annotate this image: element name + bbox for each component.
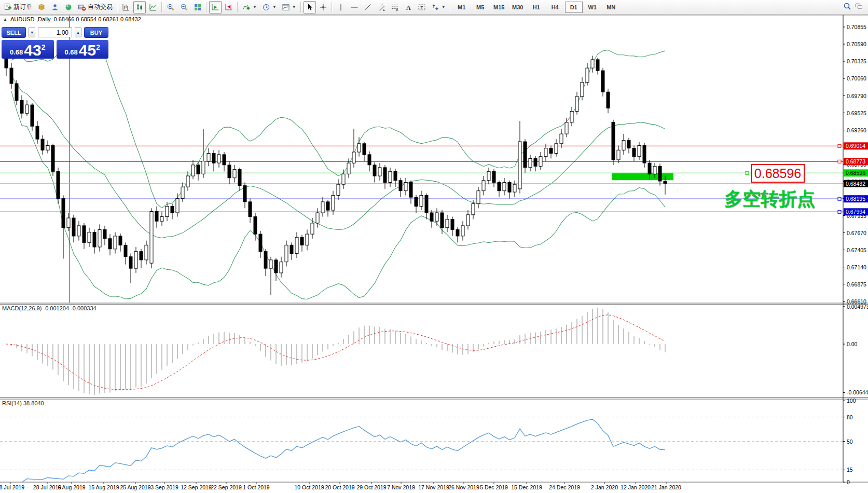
- price-line-tag-label: 0.67994: [846, 209, 865, 215]
- chart-title-bar: ▲ AUDUSD-,Daily 0.68466 0.68554 0.68261 …: [3, 16, 141, 22]
- trendline-button[interactable]: [362, 1, 374, 13]
- volume-increase-button[interactable]: ▲: [75, 28, 81, 37]
- timeframe-H4-button[interactable]: H4: [546, 2, 564, 13]
- chart-canvas[interactable]: 0.708550.705900.703250.700600.697900.695…: [0, 0, 868, 493]
- new-order-label: 新订单: [13, 3, 32, 11]
- bar-chart-mode-button[interactable]: [120, 1, 132, 13]
- buy-price-pip: 2: [96, 43, 100, 51]
- date-label: 6 Aug 2019: [58, 484, 85, 490]
- toolbar-separator: [117, 2, 118, 12]
- date-label: 29 Oct 2019: [356, 484, 386, 490]
- toolbar-separator: [332, 2, 333, 12]
- market-watch-button[interactable]: [35, 1, 48, 13]
- timeframe-MN-button[interactable]: MN: [602, 2, 620, 13]
- robot-icon: [78, 3, 86, 11]
- data-window-button[interactable]: [49, 1, 61, 13]
- macd-signal-value: -0.000334: [71, 305, 97, 311]
- search-icon[interactable]: [843, 2, 851, 12]
- auto-trading-button[interactable]: 自动交易: [76, 1, 115, 13]
- periods-button[interactable]: ▼: [260, 1, 279, 13]
- tile-windows-button[interactable]: [191, 1, 204, 13]
- collapse-panel-icon[interactable]: ▲: [3, 17, 7, 22]
- date-label: 17 Nov 2019: [418, 484, 449, 490]
- date-label: 28 Jul 2019: [33, 484, 61, 490]
- text-button[interactable]: A: [402, 1, 415, 13]
- timeframe-W1-button[interactable]: W1: [584, 2, 601, 13]
- buy-price-display[interactable]: 0.68 45 2: [57, 40, 109, 59]
- date-label: 7 Nov 2019: [387, 484, 415, 490]
- layers-icon: [37, 3, 46, 11]
- symbol-period-label: AUDUSD-,Daily: [10, 16, 51, 22]
- toolbar-group: 新订单自动交易: [1, 1, 115, 14]
- date-label: 20 Oct 2019: [325, 484, 354, 490]
- toolbar-group: [303, 1, 330, 14]
- volume-decrease-button[interactable]: ▼: [29, 28, 35, 37]
- zoom-out-icon: [180, 3, 188, 11]
- macd-indicator-label: MACD(12,26,9) -0.001204 -0.000334: [2, 305, 97, 311]
- price-level-callout-box[interactable]: 0.68596: [751, 164, 805, 183]
- svg-text:F: F: [396, 8, 398, 11]
- timeframe-H1-button[interactable]: H1: [528, 2, 545, 13]
- macd-main-value: -0.001204: [43, 305, 69, 311]
- templates-button[interactable]: ▼: [280, 1, 298, 13]
- arrows-icon: [431, 3, 439, 11]
- navigator-button[interactable]: [62, 1, 75, 13]
- dropdown-caret-icon[interactable]: ▼: [442, 5, 446, 9]
- horizontal-line-button[interactable]: [348, 1, 361, 13]
- fibonacci-button[interactable]: F: [389, 1, 401, 13]
- crosshair-button[interactable]: [317, 1, 329, 13]
- line-chart-mode-button[interactable]: [147, 1, 159, 13]
- autoscroll-icon: [211, 3, 219, 11]
- date-label: 10 Oct 2019: [294, 484, 324, 490]
- sell-price-display[interactable]: 0.68 43 2: [2, 40, 54, 59]
- buy-button[interactable]: BUY: [84, 27, 108, 38]
- axis-tick-label: 0.69260: [847, 127, 866, 133]
- toolbar-separator: [161, 2, 162, 12]
- timeframe-M15-button[interactable]: M15: [490, 2, 508, 13]
- text-label-button[interactable]: T: [416, 1, 428, 13]
- axis-tick-label: 0.70060: [847, 75, 866, 81]
- axis-tick-label: 0.67670: [847, 230, 866, 236]
- axis-tick-label: 50: [847, 439, 853, 445]
- candles-icon: [135, 3, 144, 11]
- turning-point-annotation[interactable]: 多空转折点: [724, 187, 815, 211]
- auto-scroll-button[interactable]: [209, 1, 222, 13]
- axis-tick-label: 0.66875: [847, 281, 866, 287]
- indicators-list-button[interactable]: ▼: [240, 1, 259, 13]
- support-zone-bar[interactable]: [612, 173, 673, 180]
- toolbar: 新订单自动交易▼▼▼EFAT▼M1M5M15M30H1H4D1W1MN: [0, 0, 868, 15]
- dropdown-caret-icon[interactable]: ▼: [292, 5, 296, 9]
- vertical-line-button[interactable]: [335, 1, 347, 13]
- indicator-icon: [242, 3, 251, 11]
- candlestick-mode-button[interactable]: [133, 1, 146, 13]
- fibo-icon: F: [391, 3, 399, 11]
- price-line-tag-label: 0.68773: [846, 158, 865, 165]
- arrows-button[interactable]: ▼: [429, 1, 448, 13]
- person-icon: [51, 3, 59, 11]
- equidistant-channel-button[interactable]: E: [375, 1, 388, 13]
- dropdown-caret-icon[interactable]: ▼: [253, 5, 257, 9]
- cursor-button[interactable]: [304, 1, 316, 13]
- zoom-in-icon: [167, 3, 175, 11]
- chat-icon[interactable]: [855, 2, 863, 12]
- sell-button[interactable]: SELL: [2, 27, 26, 38]
- doc-plus-icon: [4, 3, 12, 11]
- zoom-in-button[interactable]: [164, 1, 177, 13]
- timeframe-M30-button[interactable]: M30: [509, 2, 527, 13]
- globe-icon: [64, 3, 73, 11]
- axis-tick-label: 0.00: [847, 341, 858, 347]
- date-label: 15 Dec 2019: [511, 484, 542, 490]
- volume-input[interactable]: [38, 28, 72, 37]
- axis-tick-label: 0.70325: [847, 58, 866, 64]
- toolbar-separator: [300, 2, 301, 12]
- dropdown-caret-icon[interactable]: ▼: [272, 5, 277, 9]
- date-label: 22 Sep 2019: [211, 484, 242, 490]
- rsi-value: 38.8040: [23, 400, 44, 406]
- chart-shift-button[interactable]: [223, 1, 235, 13]
- channel-icon: E: [377, 3, 385, 11]
- timeframe-M5-button[interactable]: M5: [472, 2, 489, 13]
- timeframe-M1-button[interactable]: M1: [453, 2, 471, 13]
- new-order-button[interactable]: 新订单: [2, 1, 34, 13]
- timeframe-D1-button[interactable]: D1: [565, 2, 583, 13]
- zoom-out-button[interactable]: [178, 1, 190, 13]
